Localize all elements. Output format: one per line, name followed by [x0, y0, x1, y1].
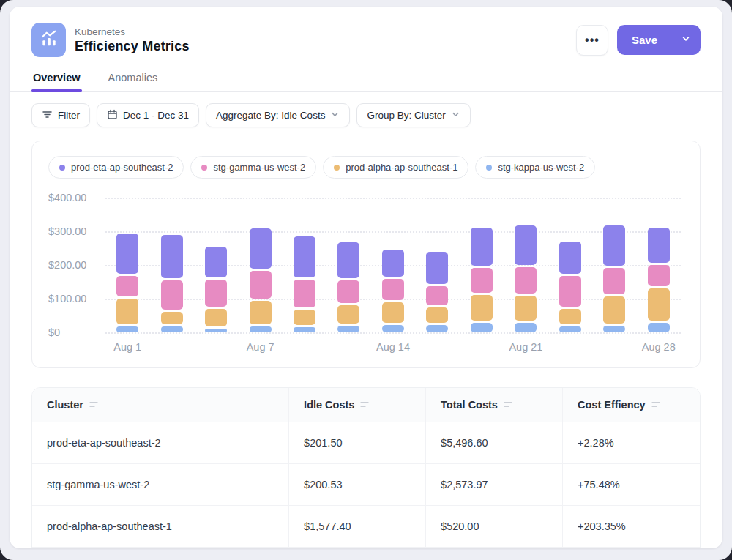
tab-overview[interactable]: Overview	[31, 67, 82, 91]
bar-segment	[205, 280, 227, 307]
bar-segment	[515, 296, 537, 321]
bar-segment	[116, 234, 138, 274]
bar-segment	[559, 326, 581, 332]
stacked-bar	[515, 225, 537, 332]
ellipsis-icon: •••	[585, 34, 600, 47]
tab-anomalies[interactable]: Anomalies	[107, 67, 160, 91]
bar-segment	[250, 326, 272, 332]
app-subtitle: Kubernetes	[75, 26, 190, 37]
legend-pill[interactable]: stg-kappa-us-west-2	[475, 156, 595, 179]
stacked-bar	[426, 252, 448, 332]
bar-segment	[603, 268, 625, 294]
legend-pill[interactable]: prod-alpha-ap-southeast-1	[323, 156, 468, 179]
y-axis-label: $100.00	[48, 293, 86, 305]
chart-panel: prod-eta-ap-southeast-2stg-gamma-us-west…	[31, 141, 701, 368]
stacked-bar	[250, 228, 272, 332]
cluster-cell: stg-gamma-us-west-2	[32, 464, 289, 505]
bar-segment	[603, 225, 625, 266]
header: Kubernetes Efficiency Metrics ••• Save	[31, 23, 701, 57]
legend-dot	[59, 165, 65, 171]
bar-segment	[648, 288, 670, 320]
filter-button-label: Filter	[58, 110, 80, 121]
bar-segment	[337, 280, 359, 304]
bar-segment	[426, 307, 448, 323]
stacked-bar	[471, 228, 493, 332]
sort-icon	[504, 399, 513, 411]
more-options-button[interactable]: •••	[576, 25, 608, 56]
legend-dot	[201, 165, 207, 171]
bar-segment	[648, 228, 670, 263]
bar-segment	[161, 280, 183, 310]
cost-efficiency-cell: +2.28%	[563, 422, 700, 463]
stacked-bar	[337, 242, 359, 332]
bar-segment	[250, 271, 272, 299]
sort-icon	[89, 399, 99, 411]
bar-segment	[515, 323, 537, 332]
total-costs-cell: $5,496.60	[426, 422, 563, 463]
bar-segment	[337, 326, 359, 332]
legend-pill[interactable]: prod-eta-ap-southeast-2	[48, 156, 184, 179]
cost-efficiency-cell: +75.48%	[563, 464, 700, 505]
stacked-bar	[559, 242, 581, 332]
group-by-dropdown[interactable]: Group By: Cluster	[356, 103, 470, 127]
bar-segment	[559, 242, 581, 274]
column-header-cost-effiency[interactable]: Cost Effiency	[563, 388, 700, 422]
total-costs-cell: $520.00	[426, 506, 563, 547]
stacked-bar-chart: $400.00$300.00$200.00$100.00$0Aug 1Aug 7…	[48, 198, 684, 357]
bar-chart-icon	[40, 29, 59, 51]
bar-segment	[294, 310, 315, 325]
bar-segment	[205, 309, 227, 326]
gridline	[105, 332, 681, 334]
legend-dot	[334, 165, 340, 171]
legend-label: stg-kappa-us-west-2	[498, 162, 584, 173]
column-header-total-costs[interactable]: Total Costs	[426, 388, 563, 422]
bar-segment	[471, 268, 493, 293]
bar-segment	[116, 326, 138, 332]
stacked-bar	[648, 228, 670, 332]
sort-icon	[360, 399, 370, 411]
stacked-bar	[161, 235, 183, 332]
column-header-label: Cluster	[47, 399, 83, 411]
aggregate-by-dropdown[interactable]: Aggregate By: Idle Costs	[206, 103, 350, 127]
table-row[interactable]: prod-alpha-ap-southeast-1$1,577.40$520.0…	[32, 506, 700, 548]
x-axis-label: Aug 14	[376, 341, 410, 353]
bar-segment	[250, 301, 272, 324]
bar-segment	[337, 305, 359, 324]
legend-label: prod-alpha-ap-southeast-1	[346, 162, 458, 173]
bar-segment	[471, 295, 493, 321]
bar-segment	[294, 327, 315, 332]
bar-segment	[426, 252, 448, 284]
save-dropdown-button[interactable]	[671, 25, 701, 55]
tab-bar: OverviewAnomalies	[10, 67, 722, 92]
bar-segment	[426, 325, 448, 332]
filter-button[interactable]: Filter	[31, 103, 90, 127]
save-button[interactable]: Save	[617, 25, 671, 55]
x-axis-label: Aug 1	[113, 341, 141, 353]
bar-segment	[116, 276, 138, 297]
aggregate-by-label: Aggregate By: Idle Costs	[216, 110, 325, 121]
table-row[interactable]: prod-eta-ap-southeast-2$201.50$5,496.60+…	[32, 422, 700, 464]
filter-lines-icon	[42, 109, 53, 122]
x-axis-label: Aug 21	[509, 341, 542, 353]
chevron-down-icon	[681, 34, 691, 47]
stacked-bar	[116, 234, 138, 332]
bar-segment	[294, 236, 315, 277]
legend-pill[interactable]: stg-gamma-us-west-2	[190, 156, 316, 179]
cluster-cell: prod-alpha-ap-southeast-1	[32, 506, 289, 547]
table-row[interactable]: stg-gamma-us-west-2$200.53$2,573.97+75.4…	[32, 464, 700, 506]
y-axis-label: $0	[48, 326, 60, 338]
bar-segment	[382, 250, 404, 277]
bars-area	[105, 198, 681, 332]
date-range-button[interactable]: Dec 1 - Dec 31	[97, 103, 199, 127]
bar-segment	[294, 280, 315, 307]
idle-costs-cell: $201.50	[289, 422, 426, 463]
page-background: Kubernetes Efficiency Metrics ••• Save O…	[0, 0, 732, 560]
y-axis-label: $200.00	[48, 259, 86, 271]
dashboard-card: Kubernetes Efficiency Metrics ••• Save O…	[10, 7, 722, 548]
column-header-cluster[interactable]: Cluster	[32, 388, 289, 422]
app-tile	[31, 23, 66, 57]
bar-segment	[250, 228, 272, 269]
column-header-idle-costs[interactable]: Idle Costs	[289, 388, 426, 422]
bar-segment	[161, 312, 183, 324]
bar-segment	[471, 228, 493, 266]
